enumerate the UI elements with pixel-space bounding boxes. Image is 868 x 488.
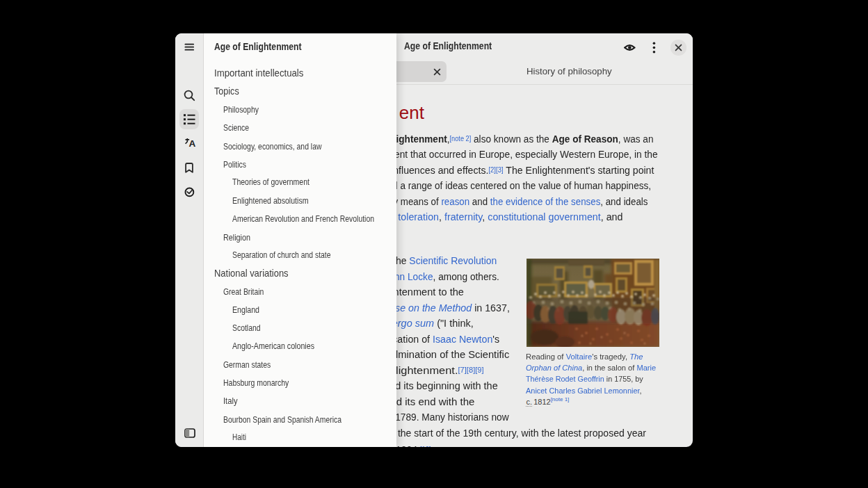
svg-text:A: A	[188, 138, 195, 148]
